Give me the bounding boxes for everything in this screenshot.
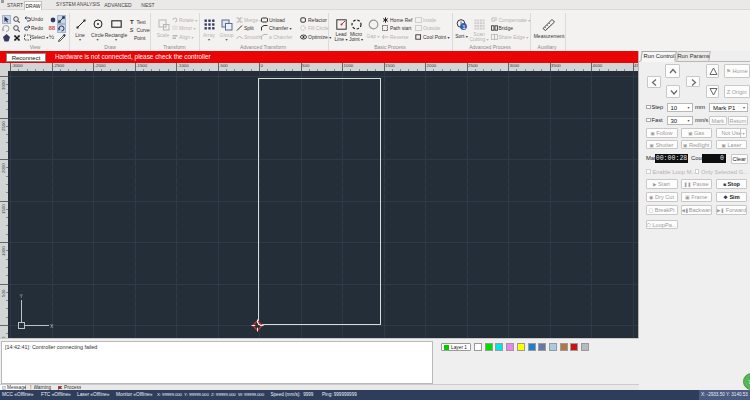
svg-text:Y: Y: [20, 293, 24, 299]
svg-text:X: X: [50, 322, 54, 328]
